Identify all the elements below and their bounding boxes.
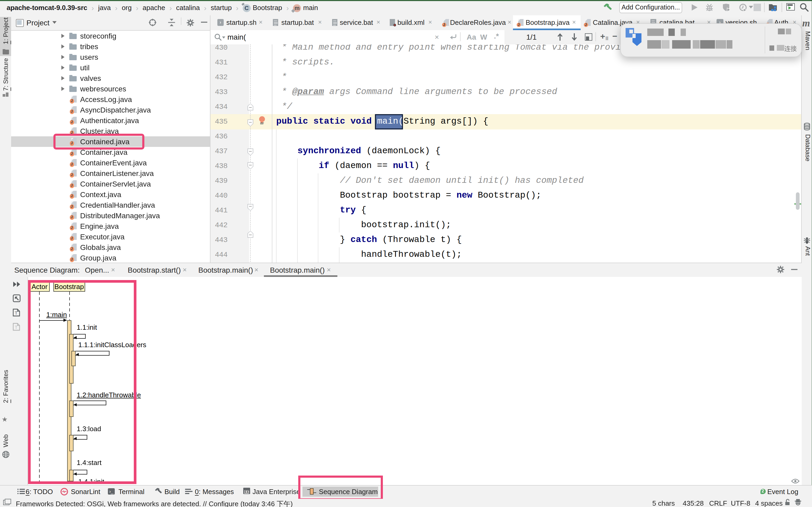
svg-text:T: T	[15, 311, 17, 316]
svg-text:T: T	[15, 325, 17, 330]
